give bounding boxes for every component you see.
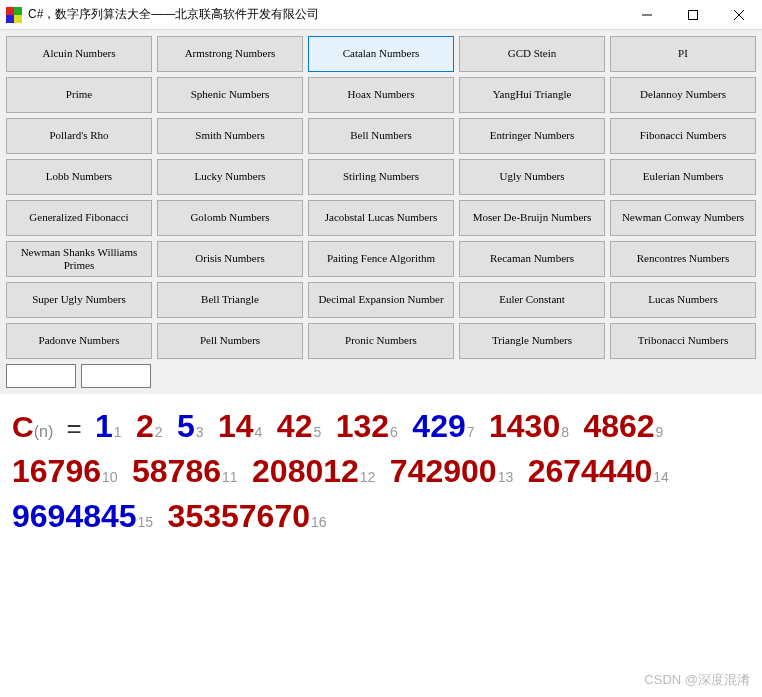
algo-button-label: Hoax Numbers <box>348 88 415 101</box>
algo-button-bell-numbers[interactable]: Bell Numbers <box>308 118 454 154</box>
sequence-index: 12 <box>360 469 376 485</box>
algo-button-bell-triangle[interactable]: Bell Triangle <box>157 282 303 318</box>
sequence-value: 5 <box>177 408 195 444</box>
algo-button-paiting-fence-algorithm[interactable]: Paiting Fence Algorithm <box>308 241 454 277</box>
algo-button-lucas-numbers[interactable]: Lucas Numbers <box>610 282 756 318</box>
algo-button-hoax-numbers[interactable]: Hoax Numbers <box>308 77 454 113</box>
param-input-2[interactable] <box>81 364 151 388</box>
algo-button-label: Lobb Numbers <box>46 170 112 183</box>
algo-button-label: Fibonacci Numbers <box>640 129 726 142</box>
algo-button-moser-de-bruijn-numbers[interactable]: Moser De-Bruijn Numbers <box>459 200 605 236</box>
minimize-button[interactable] <box>624 0 670 29</box>
sequence-value: 9694845 <box>12 498 137 534</box>
algo-button-label: Paiting Fence Algorithm <box>327 252 435 265</box>
algo-button-label: PI <box>678 47 688 60</box>
algo-button-euler-constant[interactable]: Euler Constant <box>459 282 605 318</box>
sequence-value: 1 <box>95 408 113 444</box>
sequence-value: 1430 <box>489 408 560 444</box>
maximize-button[interactable] <box>670 0 716 29</box>
algo-button-pell-numbers[interactable]: Pell Numbers <box>157 323 303 359</box>
sequence-index: 7 <box>467 424 475 440</box>
algo-button-jacobstal-lucas-numbers[interactable]: Jacobstal Lucas Numbers <box>308 200 454 236</box>
algo-button-lucky-numbers[interactable]: Lucky Numbers <box>157 159 303 195</box>
algo-button-label: Bell Numbers <box>350 129 411 142</box>
algo-button-prime[interactable]: Prime <box>6 77 152 113</box>
app-icon <box>6 7 22 23</box>
algo-button-tribonacci-numbers[interactable]: Tribonacci Numbers <box>610 323 756 359</box>
algo-button-label: Smith Numbers <box>195 129 264 142</box>
algo-button-armstrong-numbers[interactable]: Armstrong Numbers <box>157 36 303 72</box>
sequence-index: 5 <box>313 424 321 440</box>
sequence-value: 429 <box>412 408 465 444</box>
algo-button-label: Catalan Numbers <box>343 47 420 60</box>
sequence-value: 42 <box>277 408 313 444</box>
sequence-value: 2 <box>136 408 154 444</box>
sequence-value: 16796 <box>12 453 101 489</box>
algo-button-alcuin-numbers[interactable]: Alcuin Numbers <box>6 36 152 72</box>
sequence-value: 35357670 <box>168 498 310 534</box>
algo-button-pollard-s-rho[interactable]: Pollard's Rho <box>6 118 152 154</box>
algo-button-pronic-numbers[interactable]: Pronic Numbers <box>308 323 454 359</box>
algo-button-orisis-numbers[interactable]: Orisis Numbers <box>157 241 303 277</box>
svg-rect-0 <box>6 7 14 15</box>
algo-button-label: Sphenic Numbers <box>191 88 270 101</box>
algo-button-label: Stirling Numbers <box>343 170 419 183</box>
svg-rect-1 <box>14 7 22 15</box>
algo-button-label: Prime <box>66 88 92 101</box>
output-area: C(n) = 11 22 53 144 425 1326 4297 14308 … <box>0 394 762 548</box>
algo-button-entringer-numbers[interactable]: Entringer Numbers <box>459 118 605 154</box>
algo-button-decimal-expansion-number[interactable]: Decimal Expansion Number <box>308 282 454 318</box>
sequence-index: 14 <box>653 469 669 485</box>
algo-button-padonve-numbers[interactable]: Padonve Numbers <box>6 323 152 359</box>
algo-button-generalized-fibonacci[interactable]: Generalized Fibonacci <box>6 200 152 236</box>
algo-button-newman-shanks-williams-primes[interactable]: Newman Shanks Williams Primes <box>6 241 152 277</box>
algo-button-yanghui-triangle[interactable]: YangHui Triangle <box>459 77 605 113</box>
algo-button-super-ugly-numbers[interactable]: Super Ugly Numbers <box>6 282 152 318</box>
sequence-index: 9 <box>656 424 664 440</box>
algo-button-label: Pronic Numbers <box>345 334 417 347</box>
algo-button-stirling-numbers[interactable]: Stirling Numbers <box>308 159 454 195</box>
algo-button-rencontres-numbers[interactable]: Rencontres Numbers <box>610 241 756 277</box>
equals-sign: = <box>59 413 89 443</box>
param-input-1[interactable] <box>6 364 76 388</box>
algo-button-triangle-numbers[interactable]: Triangle Numbers <box>459 323 605 359</box>
algo-button-label: Jacobstal Lucas Numbers <box>325 211 437 224</box>
algo-button-label: GCD Stein <box>508 47 557 60</box>
algo-button-smith-numbers[interactable]: Smith Numbers <box>157 118 303 154</box>
window-controls <box>624 0 762 29</box>
algo-button-label: Tribonacci Numbers <box>638 334 728 347</box>
algo-button-recaman-numbers[interactable]: Recaman Numbers <box>459 241 605 277</box>
algo-button-label: Triangle Numbers <box>492 334 572 347</box>
algo-button-sphenic-numbers[interactable]: Sphenic Numbers <box>157 77 303 113</box>
sequence-index: 6 <box>390 424 398 440</box>
algo-button-label: Golomb Numbers <box>190 211 269 224</box>
algo-button-label: Decimal Expansion Number <box>318 293 443 306</box>
algo-button-ugly-numbers[interactable]: Ugly Numbers <box>459 159 605 195</box>
algo-button-eulerian-numbers[interactable]: Eulerian Numbers <box>610 159 756 195</box>
algo-button-lobb-numbers[interactable]: Lobb Numbers <box>6 159 152 195</box>
algo-button-fibonacci-numbers[interactable]: Fibonacci Numbers <box>610 118 756 154</box>
sequence-value: 208012 <box>252 453 359 489</box>
algo-button-label: Entringer Numbers <box>490 129 575 142</box>
algo-button-label: Eulerian Numbers <box>643 170 723 183</box>
algo-button-delannoy-numbers[interactable]: Delannoy Numbers <box>610 77 756 113</box>
algo-button-label: Lucky Numbers <box>194 170 265 183</box>
close-button[interactable] <box>716 0 762 29</box>
algo-button-label: Armstrong Numbers <box>185 47 276 60</box>
svg-rect-5 <box>689 10 698 19</box>
sequence-index: 13 <box>498 469 514 485</box>
sequence-index: 8 <box>561 424 569 440</box>
algo-button-catalan-numbers[interactable]: Catalan Numbers <box>308 36 454 72</box>
algo-button-label: Bell Triangle <box>201 293 259 306</box>
sequence-index: 3 <box>196 424 204 440</box>
sequence-value: 2674440 <box>528 453 653 489</box>
algo-button-golomb-numbers[interactable]: Golomb Numbers <box>157 200 303 236</box>
algo-button-newman-conway-numbers[interactable]: Newman Conway Numbers <box>610 200 756 236</box>
algo-button-gcd-stein[interactable]: GCD Stein <box>459 36 605 72</box>
window-title: C#，数字序列算法大全——北京联高软件开发有限公司 <box>28 6 624 23</box>
algo-button-label: Ugly Numbers <box>499 170 564 183</box>
algo-button-pi[interactable]: PI <box>610 36 756 72</box>
algo-button-label: Recaman Numbers <box>490 252 574 265</box>
algo-button-label: Pollard's Rho <box>49 129 108 142</box>
algo-button-label: Delannoy Numbers <box>640 88 726 101</box>
